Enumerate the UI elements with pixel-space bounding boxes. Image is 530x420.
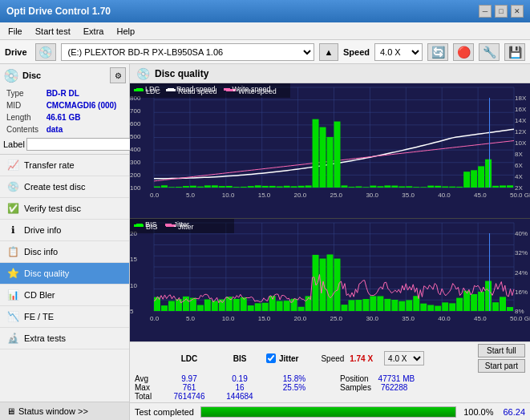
sidebar-item-extra-tests[interactable]: 🔬 Extra tests	[0, 328, 129, 349]
app-title: Opti Drive Control 1.70	[6, 6, 111, 17]
disc-mid-row: MID CMCMAGDI6 (000)	[5, 100, 124, 111]
speed-label: Speed	[321, 354, 344, 363]
speed-label: Speed	[343, 47, 370, 57]
sidebar-item-label: Extra tests	[24, 333, 66, 343]
menu-help[interactable]: Help	[111, 25, 140, 38]
chart2-legend: BIS Jitter	[136, 220, 189, 228]
cd-bler-icon: 📊	[6, 289, 19, 301]
disc-info-icon: 📋	[6, 245, 19, 258]
charts-area: LDC Read speed Write speed	[130, 83, 530, 341]
sidebar-item-label: Transfer rate	[24, 160, 75, 170]
disc-section: 💿 Disc ⚙ Type BD-R DL MID CMCMAGDI6 (000…	[0, 64, 129, 155]
sidebar-item-transfer-rate[interactable]: 📈 Transfer rate	[0, 155, 129, 176]
disc-quality-icon: ⭐	[6, 267, 19, 280]
disc-contents-value: data	[45, 124, 124, 135]
read-speed-legend-item: Read speed	[168, 85, 216, 93]
jitter-avg: 15.8%	[266, 374, 322, 383]
sidebar-item-label: FE / TE	[24, 312, 54, 321]
start-buttons: Start full Start part	[478, 344, 525, 373]
sidebar-item-cd-bler[interactable]: 📊 CD Bler	[0, 285, 129, 306]
jitter-col-header: Jitter	[279, 354, 298, 363]
tools-button[interactable]: 🔧	[479, 43, 500, 61]
verify-test-disc-icon: ✅	[6, 202, 19, 215]
disc-type-label: Type	[5, 88, 43, 99]
status-text: Test completed	[135, 407, 194, 417]
sidebar-item-label: Disc info	[24, 247, 58, 256]
ldc-total: 7614746	[165, 392, 213, 401]
minimize-button[interactable]: ─	[479, 5, 492, 18]
sidebar-item-fe-te[interactable]: 📉 FE / TE	[0, 306, 129, 328]
ldc-avg: 9.97	[165, 374, 213, 383]
disc-mid-label: MID	[5, 100, 43, 111]
disc-header: 💿 Disc ⚙	[3, 67, 126, 83]
sidebar-item-label: Create test disc	[24, 182, 85, 192]
refresh-button[interactable]: 🔄	[427, 43, 448, 61]
title-bar: Opti Drive Control 1.70 ─ □ ✕	[0, 0, 530, 22]
bis-total: 144684	[220, 392, 260, 401]
disc-length-row: Length 46.61 GB	[5, 112, 124, 123]
sidebar-item-label: Drive info	[24, 225, 61, 235]
disc-label-row: Label ✎	[3, 138, 126, 151]
speed-info-area: Speed 1.74 X	[321, 354, 373, 363]
start-part-button[interactable]: Start part	[478, 359, 525, 373]
write-speed-legend-item: Write speed	[224, 85, 271, 93]
read-speed-legend-label: Read speed	[176, 85, 216, 93]
ldc-col-header: LDC	[165, 354, 213, 363]
create-test-disc-icon: 💿	[6, 180, 19, 193]
stats-max-row: Max 761 16 25.5% Samples 762288	[135, 383, 525, 392]
disc-contents-label: Contents	[5, 124, 43, 135]
drive-select[interactable]: (E:) PLEXTOR BD-R PX-LB950SA 1.06	[61, 43, 314, 61]
stats-total-row: Total 7614746 144684	[135, 392, 525, 401]
bis-legend-item: BIS	[136, 220, 157, 228]
disc-type-value: BD-R DL	[45, 88, 124, 99]
write-speed-legend-label: Write speed	[233, 85, 271, 93]
disc-mid-value: CMCMAGDI6 (000)	[45, 100, 124, 111]
speed-value: 1.74 X	[350, 354, 373, 363]
menu-bar: File Start test Extra Help	[0, 22, 530, 40]
menu-extra[interactable]: Extra	[79, 25, 109, 38]
ldc-chart: LDC Read speed Write speed	[130, 83, 530, 219]
sidebar-item-disc-info[interactable]: 📋 Disc info	[0, 241, 129, 263]
jitter-checkbox[interactable]	[266, 353, 276, 363]
stats-header-row: LDC BIS Jitter Speed 1.74 X 4.0 X Start …	[135, 344, 525, 373]
disc-title: Disc	[22, 71, 41, 80]
sidebar-item-disc-quality[interactable]: ⭐ Disc quality	[0, 263, 129, 285]
drive-info-icon: ℹ	[6, 224, 19, 236]
menu-start-test[interactable]: Start test	[30, 25, 75, 38]
stats-avg-row: Avg 9.97 0.19 15.8% Position 47731 MB	[135, 374, 525, 383]
progress-fill	[201, 407, 455, 417]
maximize-button[interactable]: □	[495, 5, 508, 18]
sidebar-item-label: CD Bler	[24, 290, 55, 300]
sidebar-item-label: Disc quality	[24, 269, 69, 278]
total-label: Total	[135, 392, 159, 401]
disc-settings-icon[interactable]: ⚙	[110, 67, 126, 83]
disc-info-table: Type BD-R DL MID CMCMAGDI6 (000) Length …	[3, 87, 126, 136]
eject-button[interactable]: ▲	[319, 43, 338, 61]
chart1-legend: LDC Read speed Write speed	[136, 85, 270, 93]
samples-label: Samples	[340, 383, 371, 392]
progress-right-value: 66.24	[503, 407, 525, 417]
content-area: 💿 Disc quality LDC Read speed	[130, 64, 530, 420]
disc-label-input[interactable]	[26, 138, 133, 151]
progress-percent: 100.0%	[463, 407, 493, 417]
disc-length-label: Length	[5, 112, 43, 123]
bis-col-header: BIS	[220, 354, 260, 363]
sidebar-item-create-test-disc[interactable]: 💿 Create test disc	[0, 176, 129, 198]
speed-select-stats[interactable]: 4.0 X	[384, 351, 424, 365]
status-window-button[interactable]: 🖥 Status window >>	[0, 402, 129, 420]
progress-track	[200, 406, 456, 418]
menu-file[interactable]: File	[3, 25, 27, 38]
save-button[interactable]: 💾	[504, 43, 525, 61]
sidebar-item-verify-test-disc[interactable]: ✅ Verify test disc	[0, 198, 129, 220]
close-button[interactable]: ✕	[511, 5, 524, 18]
extra-tests-icon: 🔬	[6, 332, 19, 345]
sidebar-item-drive-info[interactable]: ℹ Drive info	[0, 220, 129, 241]
max-label: Max	[135, 383, 159, 392]
bis-chart: BIS Jitter	[130, 219, 530, 341]
speed-select[interactable]: 4.0 X	[374, 43, 423, 61]
settings-button[interactable]: 🔴	[453, 43, 474, 61]
disc-label-label: Label	[3, 139, 25, 149]
disc-type-row: Type BD-R DL	[5, 88, 124, 99]
start-full-button[interactable]: Start full	[478, 344, 525, 357]
disc-quality-header-icon: 💿	[136, 67, 150, 80]
